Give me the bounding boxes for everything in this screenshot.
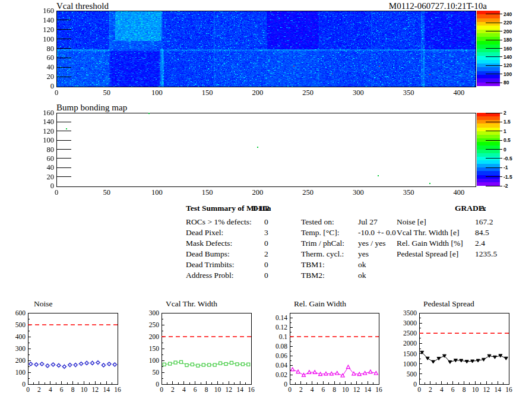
summary-row-value: yes / yes xyxy=(358,239,386,248)
y-axis-tick xyxy=(57,131,71,131)
colorbar-label: 180 xyxy=(504,37,512,43)
summary-row-label: Temp. [°C]: xyxy=(301,228,339,238)
summary-row-label: TBM1: xyxy=(301,260,325,270)
chart-y-label: 0.04 xyxy=(264,362,287,369)
chart-x-label: 14 xyxy=(100,386,112,393)
summary-row-label: Rel. Gain Width [%] xyxy=(397,239,463,248)
x-axis-label: 150 xyxy=(195,188,219,197)
summary-row-value: 0 xyxy=(264,217,268,227)
y-axis-label: 100 xyxy=(31,35,54,44)
y-axis-tick xyxy=(57,58,71,58)
chart-y-label: 250 xyxy=(135,321,159,328)
chart-y-label: 600 xyxy=(2,309,26,316)
chart-y-label: 150 xyxy=(135,345,159,352)
bump-defect-dot xyxy=(378,175,379,176)
chart-x-label: 14 xyxy=(492,386,504,393)
x-axis-label: 100 xyxy=(145,188,169,197)
chart-x-label: 10 xyxy=(211,386,223,393)
colorbar-tick xyxy=(486,122,502,122)
chart-y-label: 2000 xyxy=(393,340,417,347)
summary-row-label: Therm. cycl.: xyxy=(301,249,344,259)
colorbar-tick xyxy=(486,14,502,14)
y-axis-label: 120 xyxy=(31,127,54,136)
summary-row-value: 1235.5 xyxy=(475,249,497,259)
colorbar-label: 220 xyxy=(504,20,512,26)
chart-y-label: 2500 xyxy=(393,330,417,337)
chart-x-label: 4 xyxy=(178,386,190,393)
y-axis-label: 80 xyxy=(31,45,54,53)
x-axis-label: 0 xyxy=(45,88,68,97)
gain-width-chart-title: Rel. Gain Width xyxy=(294,299,346,309)
colorbar-tick xyxy=(486,113,502,113)
summary-row-value: 0 xyxy=(264,239,268,248)
chart-x-label: 0 xyxy=(22,386,34,393)
x-axis-label: 50 xyxy=(95,188,119,197)
chart-x-label: 8 xyxy=(458,386,470,393)
bump-bonding-map xyxy=(56,113,476,187)
chart-x-label: 16 xyxy=(503,386,515,393)
noise-chart-title: Noise xyxy=(34,299,53,309)
chart-y-label: 1000 xyxy=(393,360,417,368)
chart-y-label: 0.02 xyxy=(264,371,287,378)
chart-y-label: 300 xyxy=(135,309,159,316)
chart-x-label: 0 xyxy=(156,386,167,393)
y-axis-label: 100 xyxy=(31,136,54,145)
chart-x-label: 16 xyxy=(112,386,124,393)
x-axis-label: 250 xyxy=(296,188,320,197)
summary-row-value: -10.0 +- 0.0 xyxy=(358,228,396,238)
chart-y-label: 300 xyxy=(2,345,26,352)
chart-rel-gain-width xyxy=(285,308,384,389)
x-axis-label: 150 xyxy=(195,88,219,97)
y-axis-tick xyxy=(57,67,71,68)
x-axis-label: 100 xyxy=(145,88,169,97)
chart-y-label: 200 xyxy=(2,357,26,364)
x-axis-label: 200 xyxy=(246,188,270,197)
summary-row-value: 2 xyxy=(264,249,268,259)
chart-x-label: 10 xyxy=(78,386,90,393)
y-axis-tick xyxy=(57,149,71,150)
chart-y-label: 0.1 xyxy=(264,333,287,340)
y-axis-tick xyxy=(57,122,71,122)
x-axis-label: 0 xyxy=(45,188,68,197)
summary-row-value: 84.5 xyxy=(475,228,489,238)
chart-x-label: 16 xyxy=(373,386,385,393)
colorbar-tick xyxy=(486,48,502,49)
summary-row-value: 167.2 xyxy=(475,217,493,227)
y-axis-tick xyxy=(57,48,71,49)
x-axis-label: 300 xyxy=(346,88,370,97)
chart-x-label: 10 xyxy=(469,386,481,393)
x-axis-label: 350 xyxy=(397,88,420,97)
summary-row-label: Tested on: xyxy=(301,217,334,227)
pedestal-chart-title: Pedestal Spread xyxy=(423,299,474,309)
x-axis-label: 400 xyxy=(447,88,471,97)
vcal-width-chart-title: Vcal Thr. Width xyxy=(166,299,217,309)
summary-row-label: TBM2: xyxy=(301,271,325,280)
y-axis-tick xyxy=(57,167,71,168)
colorbar-tick xyxy=(486,149,502,150)
x-axis-label: 200 xyxy=(246,88,270,97)
chart-x-label: 12 xyxy=(351,386,363,393)
bump-defect-dot xyxy=(148,113,150,114)
chart-x-label: 12 xyxy=(89,386,101,393)
y-axis-tick xyxy=(57,158,71,159)
colorbar-label: 100 xyxy=(504,71,512,77)
colorbar-tick xyxy=(486,131,502,131)
x-axis-label: 350 xyxy=(397,188,420,197)
chart-x-label: 4 xyxy=(436,386,448,393)
y-axis-label: 60 xyxy=(31,53,54,62)
x-axis-label: 250 xyxy=(296,88,320,97)
x-axis-label: 50 xyxy=(95,88,119,97)
colorbar-label: 0.5 xyxy=(504,137,511,143)
chart-x-label: 4 xyxy=(306,386,318,393)
chart-x-label: 12 xyxy=(480,386,492,393)
colorbar-tick xyxy=(486,23,502,23)
chart-y-label: 0.06 xyxy=(264,352,287,359)
vcal-map-title: Vcal threshold xyxy=(56,1,109,11)
chart-y-label: 100 xyxy=(135,357,159,364)
y-axis-tick xyxy=(57,20,71,20)
chart-x-label: 4 xyxy=(45,386,56,393)
colorbar-tick xyxy=(486,176,502,177)
summary-row-label: Trim / phCal: xyxy=(301,239,344,248)
colorbar-label: 120 xyxy=(504,62,512,68)
bump-defect-dot xyxy=(257,147,258,148)
